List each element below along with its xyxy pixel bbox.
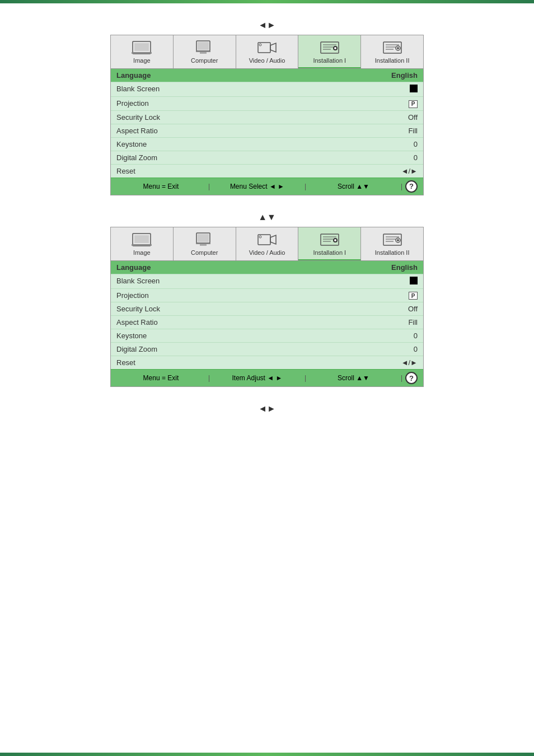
- bottom-bar: [0, 753, 534, 756]
- installation-ii-icon-1: [382, 40, 402, 55]
- computer-icon-1: [194, 40, 214, 55]
- row-security-lock-1: Security Lock Off: [111, 111, 423, 124]
- tab-video-1[interactable]: Video / Audio: [236, 35, 299, 68]
- tab-label-image-1: Image: [133, 57, 151, 64]
- footer-divider1-2: |: [205, 374, 213, 382]
- svg-point-20: [397, 47, 399, 49]
- menu-footer-1: Menu = Exit | Menu Select ◄ ► | Scroll ▲…: [111, 178, 423, 195]
- row-language-1: Language English: [111, 69, 423, 82]
- svg-rect-25: [198, 234, 209, 242]
- row-language-value-1: English: [391, 71, 418, 80]
- tab-installation-i-1[interactable]: Installation I: [298, 35, 361, 68]
- row-language-2: Language English: [111, 261, 423, 274]
- svg-rect-1: [134, 43, 149, 51]
- help-button-2[interactable]: ?: [405, 372, 418, 384]
- svg-rect-27: [200, 244, 207, 246]
- image-icon-1: [132, 40, 152, 55]
- tab-label-installation-i-1: Installation I: [313, 57, 346, 64]
- row-keystone-1: Keystone 0: [111, 138, 423, 151]
- tab-label-computer-2: Computer: [191, 249, 218, 256]
- p-box-1: P: [409, 100, 418, 108]
- p-box-2: P: [409, 292, 418, 300]
- footer-divider3-2: |: [398, 374, 405, 382]
- footer-left-1: Menu = Exit: [116, 183, 205, 190]
- svg-rect-7: [258, 43, 270, 53]
- svg-point-41: [397, 239, 399, 241]
- row-digital-zoom-1: Digital Zoom 0: [111, 151, 423, 165]
- menu-rows-2: Language English Blank Screen Projection…: [111, 261, 423, 370]
- tab-label-installation-i-2: Installation I: [313, 249, 346, 256]
- footer-divider3-1: |: [398, 183, 405, 190]
- menu-rows-1: Language English Blank Screen Projection…: [111, 69, 423, 178]
- row-aspect-ratio-1: Aspect Ratio Fill: [111, 124, 423, 138]
- svg-rect-2: [132, 52, 152, 54]
- row-security-lock-label-1: Security Lock: [116, 113, 160, 122]
- footer-divider1-1: |: [205, 183, 213, 190]
- svg-rect-5: [196, 51, 210, 52]
- menu-tabs-1: Image Computer: [111, 35, 423, 69]
- row-language-value-2: English: [391, 263, 418, 272]
- menu-box-2: Image Computer: [110, 227, 424, 388]
- tab-label-video-2: Video / Audio: [249, 249, 285, 256]
- tab-label-computer-1: Computer: [191, 57, 218, 64]
- row-keystone-label-1: Keystone: [116, 140, 147, 148]
- footer-left-2: Menu = Exit: [116, 374, 205, 382]
- row-language-label-2: Language: [116, 263, 151, 272]
- svg-rect-4: [198, 42, 209, 50]
- row-aspect-ratio-label-1: Aspect Ratio: [116, 127, 158, 135]
- black-square-2: [410, 277, 418, 284]
- tab-installation-i-2[interactable]: Installation I: [298, 227, 361, 260]
- svg-point-8: [259, 44, 261, 46]
- row-security-lock-value-1: Off: [408, 113, 418, 122]
- row-aspect-ratio-value-1: Fill: [408, 127, 418, 135]
- footer-divider2-1: |: [302, 183, 309, 190]
- svg-rect-26: [196, 243, 210, 244]
- tab-computer-2[interactable]: Computer: [174, 227, 236, 260]
- row-digital-zoom-label-1: Digital Zoom: [116, 153, 157, 162]
- footer-center-1: Menu Select ◄ ►: [213, 183, 302, 190]
- row-projection-1: Projection P: [111, 97, 423, 111]
- row-aspect-ratio-2: Aspect Ratio Fill: [111, 316, 423, 329]
- tab-image-2[interactable]: Image: [111, 227, 174, 260]
- row-blank-screen-1: Blank Screen: [111, 82, 423, 97]
- computer-icon-2: [194, 232, 214, 248]
- video-icon-2: [257, 232, 277, 248]
- installation-ii-icon-2: [382, 232, 402, 248]
- black-square-1: [410, 85, 418, 92]
- video-icon-1: [257, 40, 277, 55]
- row-projection-label-2: Projection: [116, 291, 149, 300]
- help-button-1[interactable]: ?: [405, 180, 418, 193]
- row-blank-screen-value-1: [410, 85, 418, 94]
- row-reset-label-2: Reset: [116, 358, 135, 367]
- menu-box-1: Image Computer: [110, 35, 424, 195]
- svg-point-14: [334, 47, 336, 49]
- row-aspect-ratio-label-2: Aspect Ratio: [116, 318, 158, 326]
- footer-divider2-2: |: [302, 374, 309, 382]
- row-language-label-1: Language: [116, 71, 151, 80]
- svg-point-35: [334, 239, 336, 241]
- menu-tabs-2: Image Computer: [111, 227, 423, 261]
- row-keystone-value-2: 0: [414, 332, 418, 340]
- row-keystone-label-2: Keystone: [116, 332, 147, 340]
- row-digital-zoom-value-1: 0: [414, 153, 418, 162]
- row-security-lock-2: Security Lock Off: [111, 302, 423, 316]
- row-aspect-ratio-value-2: Fill: [408, 318, 418, 326]
- tab-image-1[interactable]: Image: [111, 35, 174, 68]
- nav-indicator-1: ◄►: [34, 20, 500, 30]
- row-projection-2: Projection P: [111, 289, 423, 303]
- page-content: ◄► Image: [0, 3, 534, 447]
- tab-video-2[interactable]: Video / Audio: [236, 227, 299, 260]
- row-blank-screen-label-1: Blank Screen: [116, 85, 160, 94]
- tab-label-image-2: Image: [133, 249, 151, 256]
- svg-rect-23: [132, 244, 152, 246]
- tab-installation-ii-2[interactable]: Installation II: [361, 227, 423, 260]
- row-projection-value-1: P: [409, 99, 418, 108]
- tab-computer-1[interactable]: Computer: [174, 35, 236, 68]
- row-digital-zoom-2: Digital Zoom 0: [111, 343, 423, 356]
- tab-installation-ii-1[interactable]: Installation II: [361, 35, 423, 68]
- svg-point-29: [259, 236, 261, 238]
- row-blank-screen-label-2: Blank Screen: [116, 277, 160, 286]
- svg-rect-28: [258, 235, 270, 245]
- installation-i-icon-2: [320, 232, 340, 248]
- row-digital-zoom-value-2: 0: [414, 345, 418, 353]
